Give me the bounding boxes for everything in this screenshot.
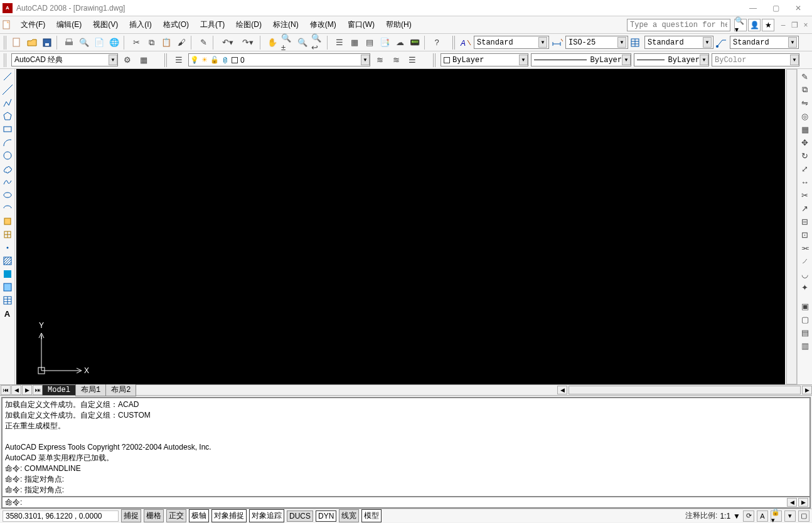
my-workspace-icon[interactable]: ▦ xyxy=(137,53,151,67)
block-editor-icon[interactable]: ✎ xyxy=(196,36,210,50)
print-icon[interactable] xyxy=(62,36,76,50)
menu-help[interactable]: 帮助(H) xyxy=(380,18,417,32)
horizontal-scrollbar[interactable]: ◀ ▶ xyxy=(136,386,812,394)
workspace-settings-icon[interactable]: ⚙ xyxy=(120,53,134,67)
revcloud-icon[interactable] xyxy=(1,162,14,175)
toolbar-grip-2[interactable] xyxy=(452,36,456,50)
redo-icon[interactable]: ↷▾ xyxy=(238,36,257,50)
insert-block-icon[interactable] xyxy=(1,215,14,228)
xline-icon[interactable] xyxy=(1,83,14,96)
properties-icon[interactable]: ☰ xyxy=(333,36,346,50)
open-icon[interactable] xyxy=(25,36,39,50)
save-icon[interactable] xyxy=(40,36,54,50)
ellipse-arc-icon[interactable] xyxy=(1,202,14,214)
erase-icon[interactable]: ✎ xyxy=(799,70,811,83)
tool-palettes-icon[interactable]: ▤ xyxy=(363,36,377,50)
mleader-style-icon[interactable] xyxy=(715,36,729,50)
menu-view[interactable]: 视图(V) xyxy=(87,18,124,32)
join-icon[interactable]: ⫘ xyxy=(799,241,811,254)
mtext-icon[interactable]: A xyxy=(1,307,14,320)
table-style-icon[interactable] xyxy=(629,36,643,50)
mleader-style-combo[interactable]: Standard ▼ xyxy=(730,36,799,49)
arc-icon[interactable] xyxy=(1,136,14,149)
model-toggle[interactable]: 模型 xyxy=(361,509,382,522)
dyn-toggle[interactable]: DYN xyxy=(316,510,336,522)
chamfer-icon[interactable]: ⟋ xyxy=(799,255,811,267)
mdi-minimize-button[interactable]: – xyxy=(778,21,788,29)
3dprint-icon[interactable]: 🌐 xyxy=(107,36,121,50)
array-icon[interactable]: ▦ xyxy=(799,123,811,135)
comm-center-icon[interactable]: 👤 xyxy=(748,19,761,31)
region-icon[interactable] xyxy=(1,281,14,293)
copy-icon[interactable]: ⧉ xyxy=(144,36,158,50)
scale-icon[interactable]: ⤢ xyxy=(799,162,811,175)
menu-window[interactable]: 窗口(W) xyxy=(342,18,380,32)
menu-tools[interactable]: 工具(T) xyxy=(195,18,230,32)
osnap-toggle[interactable]: 对象捕捉 xyxy=(211,509,247,522)
rotate-icon[interactable]: ↻ xyxy=(799,149,811,162)
cmd-scroll-left-icon[interactable]: ◀ xyxy=(787,498,797,507)
quickcalc-icon[interactable]: 📟 xyxy=(408,36,422,50)
search-dropdown-icon[interactable]: 🔍▾ xyxy=(734,19,747,31)
draworder-above-icon[interactable]: ▤ xyxy=(799,326,811,339)
layer-states-icon[interactable]: ≋ xyxy=(389,53,403,67)
polar-toggle[interactable]: 极轴 xyxy=(189,509,209,522)
explode-icon[interactable]: ✦ xyxy=(799,281,811,293)
layer-combo[interactable]: 💡 ☀ 🔓 🛢 0 ▼ xyxy=(188,53,370,66)
help-search-input[interactable] xyxy=(627,19,730,31)
rectangle-icon[interactable] xyxy=(1,123,14,135)
publish-icon[interactable]: 📄 xyxy=(92,36,106,50)
new-doc-icon[interactable] xyxy=(1,19,13,31)
lock-ui-icon[interactable]: 🔒▾ xyxy=(771,510,782,522)
stretch-icon[interactable]: ↔ xyxy=(799,176,811,188)
color-combo[interactable]: ByLayer ▼ xyxy=(441,53,528,66)
toolbar-grip-3[interactable] xyxy=(4,53,8,67)
draworder-under-icon[interactable]: ▥ xyxy=(799,339,811,352)
markup-icon[interactable]: ☁ xyxy=(393,36,407,50)
line-icon[interactable] xyxy=(1,70,14,83)
polyline-icon[interactable] xyxy=(1,97,14,109)
design-center-icon[interactable]: ▦ xyxy=(348,36,361,50)
layer-iso-icon[interactable]: ☰ xyxy=(405,53,419,67)
toolbar-grip-4[interactable] xyxy=(164,53,168,67)
toolbar-grip-5[interactable] xyxy=(433,53,437,67)
tab-layout1[interactable]: 布局1 xyxy=(75,384,106,396)
menu-format[interactable]: 格式(O) xyxy=(158,18,195,32)
clean-screen-icon[interactable]: ▢ xyxy=(798,510,809,522)
vertical-scrollbar[interactable] xyxy=(786,69,797,384)
mdi-close-button[interactable]: × xyxy=(801,21,811,29)
drawing-canvas[interactable]: Y X xyxy=(16,69,785,384)
trim-icon[interactable]: ✂ xyxy=(799,189,811,201)
gradient-icon[interactable] xyxy=(1,268,14,280)
tab-prev-icon[interactable]: ◀ xyxy=(11,385,21,395)
grid-toggle[interactable]: 栅格 xyxy=(144,509,164,522)
status-tray-icon[interactable]: ▾ xyxy=(784,510,796,522)
text-style-icon[interactable]: A xyxy=(459,36,473,50)
move-icon[interactable]: ✥ xyxy=(799,136,811,149)
ortho-toggle[interactable]: 正交 xyxy=(166,509,186,522)
zoom-window-icon[interactable]: 🔍 xyxy=(296,36,309,50)
polygon-icon[interactable] xyxy=(1,110,14,122)
fillet-icon[interactable]: ◡ xyxy=(799,268,811,280)
circle-icon[interactable] xyxy=(1,149,14,162)
command-line[interactable]: 命令: ◀ ▶ xyxy=(1,497,811,509)
lwt-toggle[interactable]: 线宽 xyxy=(339,509,359,522)
close-button[interactable]: ✕ xyxy=(787,2,809,14)
zoom-realtime-icon[interactable]: 🔍± xyxy=(280,36,294,50)
menu-modify[interactable]: 修改(M) xyxy=(304,18,342,32)
extend-icon[interactable]: ↗ xyxy=(799,202,811,214)
dim-style-icon[interactable] xyxy=(550,36,564,50)
ellipse-icon[interactable] xyxy=(1,189,14,201)
plotstyle-combo[interactable]: ByColor ▼ xyxy=(712,53,799,66)
toolbar-grip[interactable] xyxy=(4,36,8,50)
copy-obj-icon[interactable]: ⧉ xyxy=(799,83,811,96)
mdi-restore-button[interactable]: ❐ xyxy=(789,21,799,29)
cut-icon[interactable]: ✂ xyxy=(129,36,143,50)
undo-icon[interactable]: ↶▾ xyxy=(218,36,237,50)
spline-icon[interactable] xyxy=(1,176,14,188)
pan-icon[interactable]: ✋ xyxy=(265,36,279,50)
menu-insert[interactable]: 插入(I) xyxy=(124,18,157,32)
otrack-toggle[interactable]: 对象追踪 xyxy=(249,509,284,522)
layer-previous-icon[interactable]: ≋ xyxy=(373,53,387,67)
draworder-back-icon[interactable]: ▢ xyxy=(799,313,811,325)
